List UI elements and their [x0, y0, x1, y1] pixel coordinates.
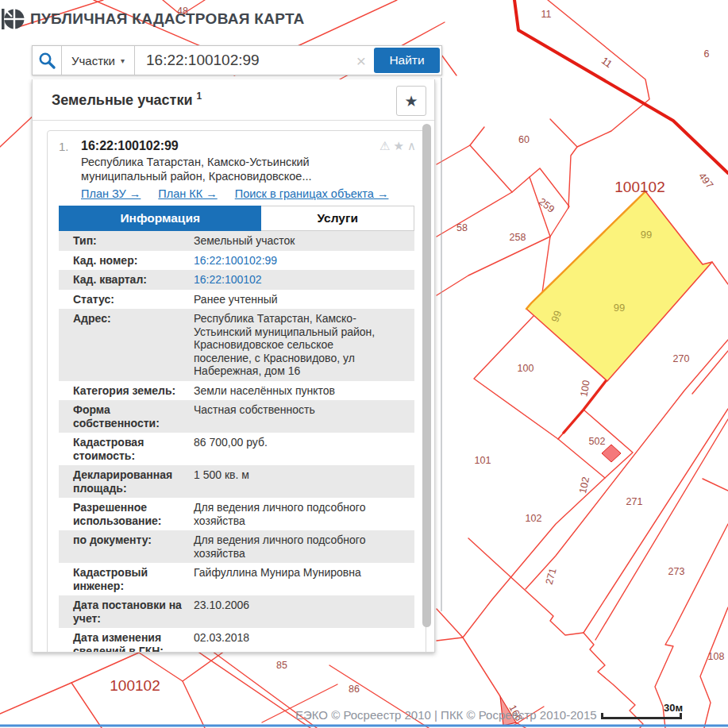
map-label: 86 [349, 684, 360, 695]
map-label: 271 [626, 496, 643, 507]
info-row-label: Декларированная площадь: [73, 468, 194, 495]
map-label: 258 [510, 232, 526, 243]
info-row: Адрес:Республика Татарстан, Камско-Устьи… [59, 309, 414, 381]
info-row-value-link[interactable]: 16:22:100102:99 [194, 254, 414, 268]
tab-services[interactable]: Услуги [261, 206, 414, 231]
info-table: Тип:Земельный участокКад. номер:16:22:10… [59, 231, 414, 653]
info-row: Тип:Земельный участок [59, 231, 414, 251]
info-row: Дата постановки на учет:23.10.2006 [59, 595, 414, 628]
map-label: 99 [641, 229, 652, 241]
app-title: ПУБЛИЧНАЯ КАДАСТРОВАЯ КАРТА [30, 10, 305, 28]
map-label: 102 [526, 513, 542, 524]
card-link[interactable]: План КК → [158, 187, 217, 200]
map-label: 502 [589, 436, 606, 447]
info-row-value: Для ведения личного подсобного хозяйства [194, 501, 414, 527]
search-bar: Участки ▾ × Найти [32, 45, 442, 75]
results-count: 1 [197, 91, 202, 102]
map-label: 85 [276, 660, 287, 671]
map-label: 6 [704, 48, 710, 60]
search-icon [33, 52, 61, 70]
search-category-label: Участки [71, 54, 115, 67]
info-row-value: Республика Татарстан, Камско-Устьинский … [194, 312, 414, 378]
info-row: по документу:Для ведения личного подсобн… [59, 530, 414, 563]
pkk-app: { "header": { "title": "ПУБЛИЧНАЯ КАДАСТ… [0, 0, 728, 728]
map-label: 58 [456, 222, 468, 233]
info-row-label: Дата постановки на учет: [73, 599, 194, 625]
map-label: 100 [518, 363, 534, 374]
warning-icon[interactable]: ⚠ [379, 139, 390, 153]
search-input[interactable] [135, 52, 349, 69]
info-row-label: Кадастровая стоимость: [73, 436, 194, 462]
result-card[interactable]: 1. 16:22:100102:99 ⚠ ★ ∧ Республика Тата… [47, 130, 426, 653]
clear-search-icon[interactable]: × [349, 52, 374, 69]
scale-bar-label: 30м [635, 702, 683, 714]
info-row-label: Категория земель: [73, 384, 194, 398]
card-links: План ЗУ →План КК →Поиск в границах объек… [81, 187, 416, 200]
map-label: 99 [614, 302, 625, 314]
scale-bar [601, 713, 682, 719]
info-row: Статус:Ранее учтенный [59, 290, 414, 310]
info-row-value: Частная собственность [194, 403, 414, 429]
info-row-value: Земли населённых пунктов [194, 384, 414, 398]
map-attribution: ЕЭКО © Росреестр 2010 | ПКК © Росреестр … [295, 708, 597, 722]
results-panel: Земельные участки 1 ★ 1. 16:22:100102:99… [32, 79, 435, 653]
map-label: 101 [475, 455, 491, 466]
result-cadastral-number: 16:22:100102:99 [81, 139, 179, 153]
results-title-text: Земельные участки [52, 92, 193, 108]
map-label: 100102 [110, 677, 160, 694]
chevron-down-icon: ▾ [121, 56, 125, 65]
results-panel-title: Земельные участки 1 [52, 91, 202, 109]
map-label: 60 [518, 134, 530, 145]
footer-blue-line [0, 725, 728, 727]
info-row-value: 86 700,00 руб. [194, 436, 414, 462]
info-row-label: Кад. квартал: [73, 273, 194, 287]
results-panel-header: Земельные участки 1 ★ [33, 79, 434, 121]
panel-scrollbar[interactable] [422, 124, 431, 627]
info-row-value: 02.03.2018 [194, 631, 414, 653]
pkk-logo-icon [2, 6, 25, 32]
info-row: Кадастровый инженер:Гайфуллина Мунира Му… [59, 563, 414, 595]
info-row-label: по документу: [73, 533, 194, 560]
info-row: Категория земель:Земли населённых пункто… [59, 381, 414, 401]
result-address-short: Республика Татарстан, Камско-Устьинский … [81, 155, 343, 183]
info-row-label: Статус: [73, 293, 194, 306]
result-card-icons: ⚠ ★ ∧ [379, 139, 416, 153]
map-label: 273 [668, 566, 685, 577]
result-index: 1. [59, 139, 81, 153]
search-category-dropdown[interactable]: Участки ▾ [61, 46, 135, 75]
info-row: Кад. квартал:16:22:100102 [59, 270, 414, 290]
info-row-value-link[interactable]: 16:22:100102 [194, 273, 414, 287]
collapse-chevron-icon[interactable]: ∧ [407, 139, 416, 153]
star-icon: ★ [404, 92, 418, 110]
card-tabs: ИнформацияУслуги [59, 206, 414, 231]
result-card-header: 1. 16:22:100102:99 ⚠ ★ ∧ [48, 137, 426, 153]
info-row-value: 1 500 кв. м [194, 468, 414, 495]
card-link[interactable]: План ЗУ → [81, 187, 141, 200]
map-label: 270 [673, 353, 690, 364]
favorite-star-icon[interactable]: ★ [394, 139, 404, 153]
info-row: Декларированная площадь:1 500 кв. м [59, 465, 414, 498]
info-row-label: Кадастровый инженер: [73, 566, 194, 592]
info-row: Дата изменения сведений в ГКН:02.03.2018 [59, 628, 414, 653]
info-row-label: Кад. номер: [73, 254, 194, 268]
info-row-value: 23.10.2006 [194, 599, 414, 625]
search-submit-button[interactable]: Найти [374, 48, 440, 73]
info-row: Форма собственности:Частная собственност… [59, 400, 414, 433]
info-row-label: Тип: [73, 234, 194, 248]
map-label: 11 [541, 9, 552, 20]
info-row: Кад. номер:16:22:100102:99 [59, 251, 414, 271]
info-row-value: Гайфуллина Мунира Мунировна [194, 566, 414, 592]
info-row-value: Ранее учтенный [194, 293, 414, 306]
info-row: Кадастровая стоимость:86 700,00 руб. [59, 433, 414, 465]
info-row-label: Адрес: [73, 312, 194, 378]
tab-information[interactable]: Информация [59, 206, 261, 231]
info-row-label: Форма собственности: [73, 403, 194, 429]
info-row-label: Разрешенное использование: [73, 501, 194, 527]
info-row-value: Для ведения личного подсобного хозяйства [194, 533, 414, 560]
card-link[interactable]: Поиск в границах объекта → [235, 187, 389, 200]
info-row-value: Земельный участок [194, 234, 414, 248]
map-label: 100102 [614, 179, 664, 195]
app-header: ПУБЛИЧНАЯ КАДАСТРОВАЯ КАРТА [2, 6, 305, 32]
favorites-button[interactable]: ★ [396, 86, 426, 116]
info-row: Разрешенное использование:Для ведения ли… [59, 498, 414, 530]
